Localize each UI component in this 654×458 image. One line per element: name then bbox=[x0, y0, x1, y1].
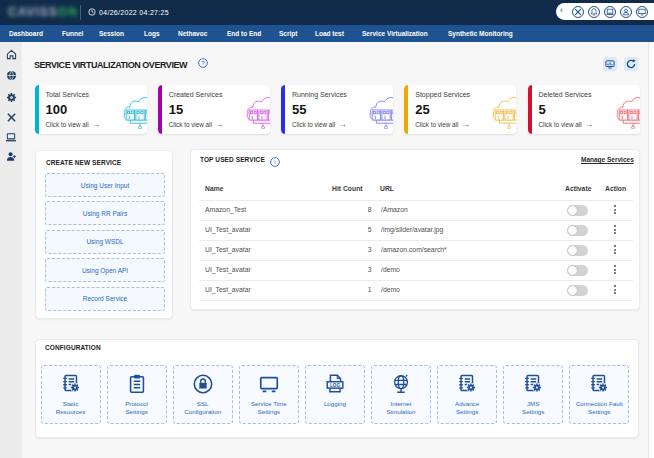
svg-text:?: ? bbox=[201, 59, 205, 66]
svg-text:i: i bbox=[274, 158, 275, 165]
